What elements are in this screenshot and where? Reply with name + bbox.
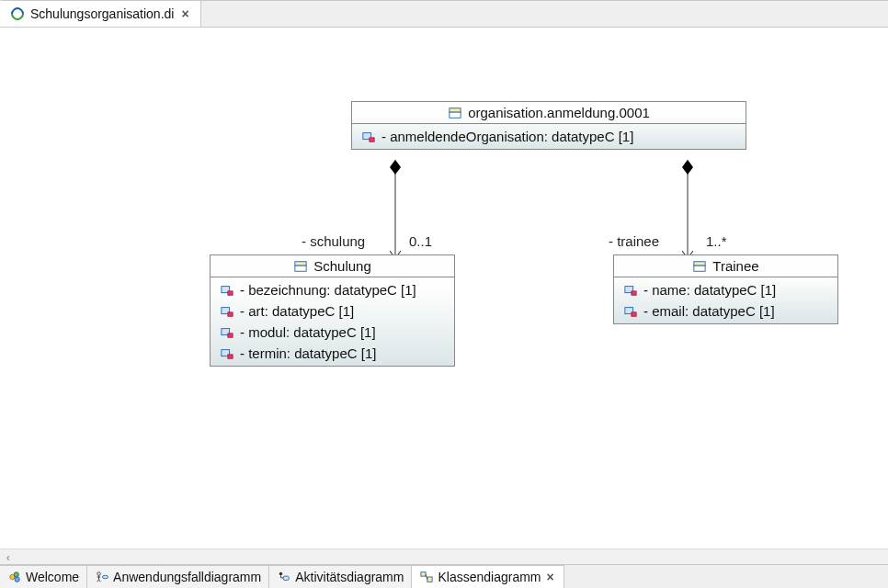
svg-rect-5 bbox=[450, 112, 461, 118]
svg-rect-21 bbox=[632, 290, 636, 294]
class-organisation-anmeldung[interactable]: organisation.anmeldung.0001 - anmeldende… bbox=[351, 101, 746, 150]
close-icon[interactable]: × bbox=[179, 6, 190, 21]
attribute-row[interactable]: - email: datatypeC [1] bbox=[614, 300, 837, 322]
svg-rect-35 bbox=[283, 576, 289, 580]
svg-rect-19 bbox=[694, 266, 705, 271]
svg-rect-9 bbox=[295, 266, 306, 271]
class-icon bbox=[293, 259, 308, 274]
class-name: Trainee bbox=[712, 258, 758, 274]
svg-rect-4 bbox=[450, 107, 461, 111]
bottom-tab-label: Anwendungsfalldiagramm bbox=[113, 570, 261, 584]
property-icon bbox=[220, 346, 234, 361]
attribute-text: - modul: datatypeC [1] bbox=[240, 324, 376, 340]
welcome-icon bbox=[7, 570, 22, 584]
attribute-row[interactable]: - name: datatypeC [1] bbox=[614, 279, 837, 300]
attribute-text: - name: datatypeC [1] bbox=[643, 282, 776, 298]
bottom-tab-class[interactable]: Klassendiagramm × bbox=[412, 565, 564, 588]
class-header: Schulung bbox=[211, 255, 454, 277]
svg-rect-8 bbox=[295, 261, 306, 265]
class-name: organisation.anmeldung.0001 bbox=[468, 105, 650, 120]
top-tab-title: Schulungsorganisation.di bbox=[30, 6, 174, 21]
property-icon bbox=[623, 283, 638, 298]
attribute-text: - termin: datatypeC [1] bbox=[240, 345, 376, 361]
top-tab-bar: Schulungsorganisation.di × bbox=[0, 0, 888, 28]
bottom-tab-label: Welcome bbox=[26, 570, 79, 584]
usecase-diagram-icon bbox=[95, 570, 109, 584]
class-header: organisation.anmeldung.0001 bbox=[352, 102, 746, 124]
class-name: Schulung bbox=[313, 258, 371, 274]
horizontal-scroll-strip[interactable]: ‹ bbox=[0, 548, 888, 564]
bottom-tab-welcome[interactable]: Welcome bbox=[0, 565, 87, 588]
attribute-text: - bezeichnung: datatypeC [1] bbox=[240, 282, 416, 298]
class-trainee[interactable]: Trainee - name: datatypeC [1] - email: d… bbox=[613, 254, 838, 324]
bottom-tab-label: Klassendiagramm bbox=[438, 570, 541, 584]
svg-marker-3 bbox=[682, 160, 693, 175]
bottom-tab-bar: Welcome Anwendungsfalldiagramm bbox=[0, 564, 888, 588]
diagram-canvas[interactable]: organisation.anmeldung.0001 - anmeldende… bbox=[0, 28, 888, 548]
activity-diagram-icon bbox=[277, 570, 291, 584]
scroll-left-icon[interactable]: ‹ bbox=[0, 550, 17, 564]
assoc-role-schulung: - schulung bbox=[302, 233, 365, 249]
class-icon bbox=[692, 259, 707, 274]
bottom-tab-label: Aktivitätsdiagramm bbox=[295, 570, 404, 584]
svg-rect-23 bbox=[632, 311, 636, 315]
svg-rect-38 bbox=[427, 577, 432, 582]
papyrus-file-icon bbox=[10, 6, 25, 21]
svg-rect-18 bbox=[694, 261, 705, 265]
assoc-mult-schulung: 0..1 bbox=[409, 233, 432, 249]
svg-rect-17 bbox=[228, 354, 233, 357]
class-diagram-icon bbox=[419, 570, 434, 584]
property-icon bbox=[623, 304, 638, 319]
svg-marker-1 bbox=[390, 160, 401, 175]
property-icon bbox=[361, 130, 376, 144]
app-root: Schulungsorganisation.di × bbox=[0, 0, 888, 588]
svg-point-26 bbox=[15, 577, 19, 582]
attribute-text: - anmeldendeOrganisation: datatypeC [1] bbox=[381, 129, 633, 144]
close-icon[interactable]: × bbox=[545, 570, 556, 584]
bottom-tab-usecase[interactable]: Anwendungsfalldiagramm bbox=[87, 565, 269, 588]
svg-point-32 bbox=[103, 575, 108, 579]
property-icon bbox=[220, 283, 234, 298]
attribute-row[interactable]: - art: datatypeC [1] bbox=[211, 300, 454, 322]
class-icon bbox=[448, 106, 462, 120]
bottom-tab-activity[interactable]: Aktivitätsdiagramm bbox=[269, 565, 412, 588]
property-icon bbox=[220, 325, 234, 340]
top-tab-filler bbox=[201, 0, 888, 27]
svg-point-27 bbox=[97, 572, 101, 576]
assoc-mult-trainee: 1..* bbox=[706, 233, 727, 249]
svg-rect-7 bbox=[370, 137, 374, 141]
svg-rect-37 bbox=[421, 572, 426, 576]
svg-rect-15 bbox=[228, 333, 233, 336]
attribute-text: - art: datatypeC [1] bbox=[240, 303, 354, 319]
svg-rect-11 bbox=[228, 290, 233, 294]
attribute-row[interactable]: - termin: datatypeC [1] bbox=[211, 343, 454, 364]
assoc-role-trainee: - trainee bbox=[609, 233, 659, 249]
class-header: Trainee bbox=[614, 255, 837, 277]
attribute-text: - email: datatypeC [1] bbox=[643, 303, 775, 319]
top-tab-active[interactable]: Schulungsorganisation.di × bbox=[0, 0, 201, 27]
attribute-row[interactable]: - modul: datatypeC [1] bbox=[211, 322, 454, 343]
svg-point-25 bbox=[14, 572, 18, 577]
class-schulung[interactable]: Schulung - bezeichnung: datatypeC [1] - … bbox=[210, 254, 455, 367]
svg-point-33 bbox=[279, 572, 283, 576]
property-icon bbox=[220, 304, 234, 319]
attribute-row[interactable]: - anmeldendeOrganisation: datatypeC [1] bbox=[352, 126, 746, 147]
svg-line-31 bbox=[99, 580, 101, 582]
svg-rect-13 bbox=[228, 311, 233, 315]
attribute-row[interactable]: - bezeichnung: datatypeC [1] bbox=[211, 279, 454, 300]
